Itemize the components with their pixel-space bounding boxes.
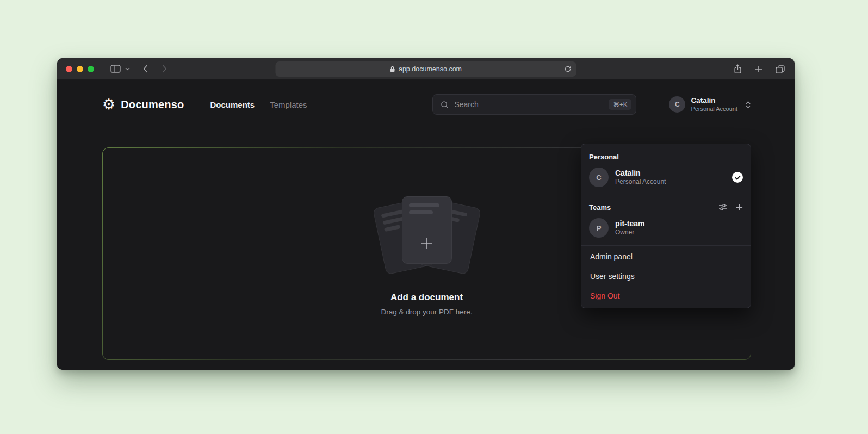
browser-window: app.documenso.com ⚙ Documenso — [57, 58, 795, 370]
close-button[interactable] — [66, 66, 72, 72]
nav-item-templates[interactable]: Templates — [270, 100, 307, 109]
reload-icon[interactable] — [565, 66, 572, 73]
menu-section-personal: Personal C Catalin Personal Account — [581, 146, 751, 194]
dropzone-title: Add a document — [390, 292, 463, 303]
address-bar[interactable]: app.documenso.com — [276, 61, 576, 77]
account-menu-trigger[interactable]: C Catalin Personal Account — [669, 96, 751, 113]
menu-item-admin-panel[interactable]: Admin panel — [581, 247, 751, 266]
menu-section-teams: Teams P pit-team Owner — [581, 196, 751, 244]
search-icon — [441, 101, 449, 109]
menu-divider — [581, 245, 751, 246]
team-name: pit-team — [615, 219, 743, 228]
sidebar-toggle-icon[interactable] — [110, 65, 121, 73]
team-role: Owner — [615, 228, 743, 237]
document-card-center — [402, 196, 452, 264]
personal-account-item[interactable]: C Catalin Personal Account — [589, 168, 743, 187]
plus-icon — [402, 223, 451, 263]
app-header: ⚙ Documenso Documents Templates ⌘+K C Ca… — [102, 80, 751, 128]
personal-label: Personal — [589, 153, 743, 161]
browser-titlebar: app.documenso.com — [57, 58, 795, 80]
menu-item-user-settings[interactable]: User settings — [581, 266, 751, 286]
window-controls — [66, 66, 94, 72]
manage-teams-icon[interactable] — [718, 203, 727, 212]
account-name: Catalin — [691, 96, 737, 106]
document-stack-illustration — [367, 192, 487, 279]
app-content: ⚙ Documenso Documents Templates ⌘+K C Ca… — [57, 80, 795, 370]
minimize-button[interactable] — [77, 66, 83, 72]
add-team-icon[interactable] — [736, 204, 743, 211]
back-icon[interactable] — [143, 65, 148, 73]
share-icon[interactable] — [734, 64, 742, 74]
dropzone-subtitle: Drag & drop your PDF here. — [381, 308, 472, 316]
account-type: Personal Account — [691, 106, 737, 113]
zoom-button[interactable] — [88, 66, 94, 72]
avatar: P — [589, 218, 609, 238]
team-item[interactable]: P pit-team Owner — [589, 218, 743, 238]
tab-overview-icon[interactable] — [776, 65, 785, 73]
search-shortcut-badge: ⌘+K — [609, 99, 631, 110]
account-dropdown-menu: Personal C Catalin Personal Account Team… — [581, 144, 751, 308]
avatar: C — [589, 168, 609, 187]
menu-divider — [581, 195, 751, 195]
documenso-logo-icon: ⚙ — [102, 97, 115, 112]
lock-icon — [390, 66, 395, 72]
search-input[interactable] — [454, 100, 603, 109]
brand[interactable]: ⚙ Documenso — [102, 97, 184, 112]
nav-item-documents[interactable]: Documents — [210, 100, 255, 109]
url-text: app.documenso.com — [399, 65, 462, 73]
search-box[interactable]: ⌘+K — [432, 94, 636, 115]
brand-name: Documenso — [121, 98, 184, 111]
avatar: C — [669, 96, 685, 113]
selected-check-icon — [732, 172, 743, 183]
chevron-updown-icon — [745, 101, 751, 109]
chevron-down-icon[interactable] — [125, 67, 130, 71]
forward-icon[interactable] — [162, 65, 167, 73]
teams-label: Teams — [589, 203, 611, 212]
new-tab-icon[interactable] — [755, 65, 762, 73]
menu-item-sign-out[interactable]: Sign Out — [581, 286, 751, 306]
personal-name: Catalin — [615, 168, 726, 178]
main-nav: Documents Templates — [210, 100, 307, 109]
personal-subtitle: Personal Account — [615, 178, 726, 187]
